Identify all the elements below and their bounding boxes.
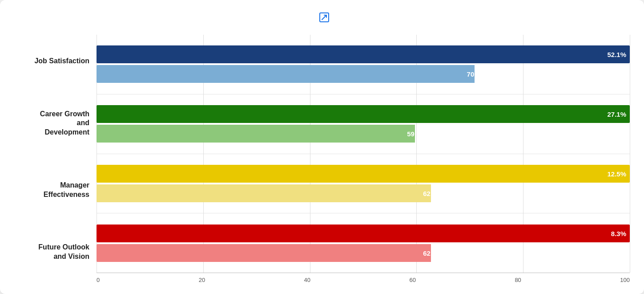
x-tick-0: 0 [97, 277, 100, 283]
grid-line-100 [630, 35, 630, 273]
light-score-label-career-growth: 59.7 [407, 130, 420, 138]
light-score-label-future-outlook: 62.7 [423, 249, 436, 257]
chart-body: Job SatisfactionCareer GrowthandDevelopm… [14, 35, 630, 283]
chart-container: Job SatisfactionCareer GrowthandDevelopm… [0, 0, 644, 294]
light-fill-manager-effectiveness [97, 184, 431, 202]
x-tick-20: 20 [199, 277, 205, 283]
x-axis: 020406080100 [97, 273, 630, 283]
x-tick-60: 60 [409, 277, 415, 283]
dark-pct-label-job-satisfaction: 52.1% [607, 51, 626, 58]
bar-section-future-outlook: 8.3%62.7 [97, 213, 630, 273]
y-axis-labels: Job SatisfactionCareer GrowthandDevelopm… [14, 35, 97, 283]
dark-fill-future-outlook [97, 225, 630, 242]
x-tick-40: 40 [304, 277, 310, 283]
dark-fill-job-satisfaction [97, 45, 630, 63]
dark-fill-manager-effectiveness [97, 165, 630, 183]
y-label-career-growth: Career GrowthandDevelopment [14, 110, 89, 137]
y-label-future-outlook: Future Outlookand Vision [14, 243, 89, 261]
dark-fill-career-growth [97, 105, 630, 123]
bar-section-job-satisfaction: 52.1%70.9 [97, 35, 630, 94]
dark-bar-job-satisfaction: 52.1% [97, 45, 630, 63]
x-tick-80: 80 [515, 277, 521, 283]
bar-section-manager-effectiveness: 12.5%62.7 [97, 154, 630, 214]
dark-pct-label-future-outlook: 8.3% [611, 229, 626, 237]
light-score-label-manager-effectiveness: 62.7 [423, 189, 436, 197]
external-link-icon[interactable] [319, 12, 329, 22]
light-fill-career-growth [97, 125, 415, 143]
dark-pct-label-career-growth: 27.1% [607, 110, 626, 118]
light-fill-future-outlook [97, 244, 431, 262]
light-bar-career-growth: 59.7 [97, 125, 630, 143]
light-fill-job-satisfaction [97, 65, 475, 83]
bars-wrapper: 52.1%70.927.1%59.712.5%62.78.3%62.7 [97, 35, 630, 273]
light-score-label-job-satisfaction: 70.9 [467, 70, 480, 78]
dark-pct-label-manager-effectiveness: 12.5% [607, 170, 626, 177]
light-bar-future-outlook: 62.7 [97, 244, 630, 262]
y-label-manager-effectiveness: ManagerEffectiveness [14, 181, 89, 200]
bar-section-career-growth: 27.1%59.7 [97, 94, 630, 154]
dark-bar-career-growth: 27.1% [97, 105, 630, 123]
chart-title-row [14, 12, 630, 22]
light-bar-manager-effectiveness: 62.7 [97, 184, 630, 202]
light-bar-job-satisfaction: 70.9 [97, 65, 630, 83]
dark-bar-future-outlook: 8.3% [97, 225, 630, 242]
chart-area: 52.1%70.927.1%59.712.5%62.78.3%62.7 0204… [97, 35, 630, 283]
y-label-job-satisfaction: Job Satisfaction [14, 57, 89, 66]
dark-bar-manager-effectiveness: 12.5% [97, 165, 630, 183]
x-tick-100: 100 [620, 277, 630, 283]
